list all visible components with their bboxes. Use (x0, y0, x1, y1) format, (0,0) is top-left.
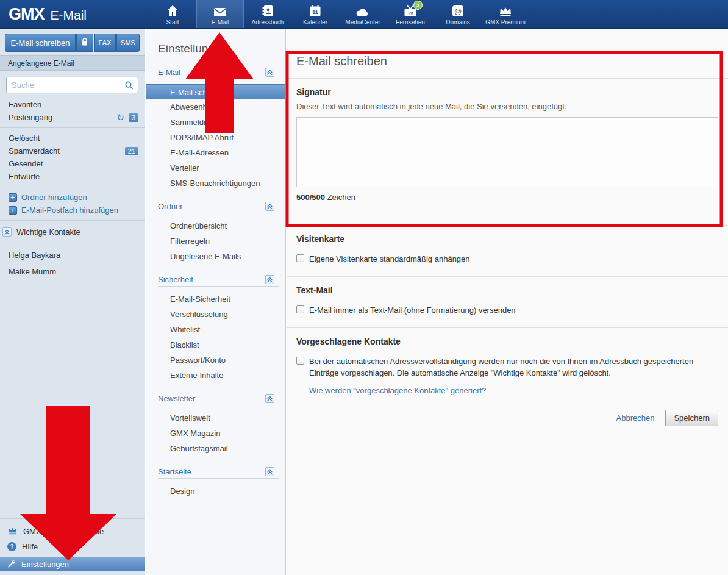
signature-section: Signatur Dieser Text wird automatisch in… (287, 79, 728, 226)
add-mailbox-button[interactable]: + E-Mail-Postfach hinzufügen (0, 204, 145, 216)
lock-icon (81, 38, 88, 48)
add-mailbox-label: E-Mail-Postfach hinzufügen (21, 205, 118, 215)
counter-value: 500/500 (296, 193, 325, 202)
vorgeschlagene-checkbox[interactable] (296, 357, 304, 365)
menu-item-gmx-magazin[interactable]: GMX Magazin (146, 426, 285, 441)
nav-label: E-Mail (212, 19, 229, 26)
collapse-icon[interactable] (265, 202, 274, 211)
folder-item-spamverdacht[interactable]: Spamverdacht 21 (0, 145, 145, 157)
textmail-heading: Text-Mail (296, 285, 718, 295)
nav-label: Domains (446, 19, 469, 26)
tv-icon: TV 3 (404, 4, 417, 17)
textmail-checkbox[interactable] (296, 305, 304, 313)
menu-item-verschluesselung[interactable]: Verschlüsselung (146, 307, 285, 322)
crown-icon (7, 527, 18, 537)
folder-label: Gelöscht (9, 134, 40, 143)
nav-item-fernsehen[interactable]: TV 3 Fernsehen (387, 0, 434, 28)
settings-title: Einstellungen (146, 29, 285, 68)
menu-item-passwort-konto[interactable]: Passwort/Konto (146, 352, 285, 368)
nav-label: Fernsehen (396, 19, 425, 26)
menu-item-pop3-imap[interactable]: POP3/IMAP Abruf (146, 130, 285, 145)
menu-item-externe-inhalte[interactable]: Externe Inhalte (146, 368, 285, 383)
nav-item-gmx-premium[interactable]: GMX Premium (482, 0, 529, 28)
section-startseite-header[interactable]: Startseite (158, 467, 191, 476)
nav-item-mediacenter[interactable]: MediaCenter (339, 0, 387, 28)
angefangene-email-item[interactable]: Angefangene E-Mail (0, 55, 145, 71)
einstellungen-label: Einstellungen (21, 560, 69, 569)
folder-item-posteingang[interactable]: Posteingang ↻ 3 (0, 111, 145, 124)
refresh-icon[interactable]: ↻ (116, 113, 124, 122)
add-folder-button[interactable]: + Ordner hinzufügen (0, 191, 145, 204)
folder-item-entwuerfe[interactable]: Entwürfe (0, 170, 145, 183)
add-folder-label: Ordner hinzufügen (21, 193, 87, 202)
search-input[interactable] (6, 77, 138, 93)
section-ordner-header[interactable]: Ordner (158, 202, 182, 211)
menu-item-geburtstagsmail[interactable]: Geburtstagsmail (146, 441, 285, 456)
svg-text:@: @ (454, 7, 462, 16)
einstellungen-link[interactable]: Einstellungen (0, 557, 145, 571)
signature-textarea[interactable] (296, 117, 718, 187)
signature-counter: 500/500 Zeichen (296, 193, 718, 202)
hilfe-link[interactable]: ? Hilfe (0, 539, 145, 554)
section-newsletter-header[interactable]: Newsletter (158, 394, 195, 403)
menu-item-blacklist[interactable]: Blacklist (146, 337, 285, 352)
cancel-button[interactable]: Abbrechen (616, 413, 655, 423)
encrypted-compose-button[interactable] (76, 34, 93, 52)
nav-item-domains[interactable]: @ Domains (434, 0, 482, 28)
settings-section-email: E-Mail E-Mail schreiben Abwesenheit Samm… (146, 68, 285, 193)
nav-item-kalender[interactable]: 11 Kalender (291, 0, 339, 28)
menu-item-ordneruebersicht[interactable]: Ordnerübersicht (146, 218, 285, 234)
contact-item[interactable]: Maike Mumm (0, 263, 145, 280)
menu-item-sms-benachrichtigungen[interactable]: SMS-Benachrichtigungen (146, 176, 285, 191)
save-button[interactable]: Speichern (665, 410, 718, 426)
menu-item-verteiler[interactable]: Verteiler (146, 160, 285, 176)
menu-item-whitelist[interactable]: Whitelist (146, 322, 285, 337)
divider (0, 518, 145, 519)
brand-product-text: E-Mail (51, 8, 87, 23)
collapse-icon[interactable] (265, 394, 274, 403)
collapse-icon[interactable] (265, 275, 274, 284)
important-contacts-header: Wichtige Kontakte (0, 224, 145, 239)
brand-logo[interactable]: GMX E-Mail (0, 5, 146, 24)
sms-button[interactable]: SMS (116, 34, 140, 52)
menu-item-abwesenheit[interactable]: Abwesenheit (146, 99, 285, 115)
section-email-header[interactable]: E-Mail (158, 68, 180, 77)
compose-email-button[interactable]: E-Mail schreiben (5, 34, 76, 52)
folder-item-favoriten[interactable]: Favoriten (0, 98, 145, 111)
search-icon[interactable] (124, 80, 134, 91)
menu-item-ungelesene-emails[interactable]: Ungelesene E-Mails (146, 249, 285, 264)
collapse-icon[interactable] (265, 467, 274, 476)
nav-item-email[interactable]: E-Mail (196, 0, 244, 28)
folder-sidebar: E-Mail schreiben FAX SMS Angefangene E-M… (0, 29, 145, 575)
menu-item-filterregeln[interactable]: Filterregeln (146, 234, 285, 249)
nav-label: Kalender (303, 19, 327, 26)
nav-item-adressbuch[interactable]: Adressbuch (244, 0, 291, 28)
menu-item-vorteilswelt[interactable]: Vorteilswelt (146, 410, 285, 426)
visitenkarte-checkbox[interactable] (296, 254, 304, 262)
divider (0, 127, 145, 128)
crown-icon (498, 4, 513, 17)
menu-item-email-schreiben[interactable]: E-Mail schreiben (146, 84, 285, 99)
menu-item-email-adressen[interactable]: E-Mail-Adressen (146, 145, 285, 160)
folder-item-gesendet[interactable]: Gesendet (0, 157, 145, 170)
nav-item-start[interactable]: Start (149, 0, 196, 28)
topbar: GMX E-Mail Start E-Mail Adressbuch 11 Ka (0, 0, 728, 29)
section-sicherheit-header[interactable]: Sicherheit (158, 275, 193, 284)
folder-label: Entwürfe (9, 172, 40, 181)
contact-item[interactable]: Helga Baykara (0, 247, 145, 263)
premium-link-label: GMX Premium Vorteile (23, 527, 104, 536)
svg-text:TV: TV (407, 10, 413, 16)
menu-item-sammeldienst[interactable]: Sammeldienst (146, 115, 285, 130)
top-nav: Start E-Mail Adressbuch 11 Kalender Medi… (149, 0, 529, 28)
folder-item-geloescht[interactable]: Gelöscht (0, 132, 145, 145)
fax-button[interactable]: FAX (94, 34, 116, 52)
cloud-icon (355, 4, 370, 17)
menu-item-design[interactable]: Design (146, 484, 285, 499)
kontakte-info-link[interactable]: Wie werden "vorgeschlagene Kontakte" gen… (309, 386, 486, 395)
settings-menu-panel: Einstellungen E-Mail E-Mail schreiben Ab… (146, 29, 286, 575)
collapse-icon[interactable] (2, 227, 12, 237)
collapse-icon[interactable] (265, 68, 274, 77)
gmx-premium-vorteile-link[interactable]: GMX Premium Vorteile (0, 524, 145, 539)
vorgeschlagene-heading: Vorgeschlagene Kontakte (296, 337, 718, 346)
menu-item-email-sicherheit[interactable]: E-Mail-Sicherheit (146, 291, 285, 307)
